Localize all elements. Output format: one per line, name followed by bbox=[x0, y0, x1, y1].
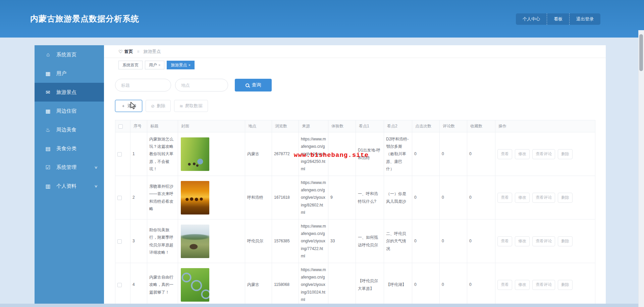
grid-icon: ▦ bbox=[45, 70, 51, 77]
tab-label: 系统首页 bbox=[122, 63, 139, 67]
column-header: 封面 bbox=[178, 120, 245, 132]
cell-location: 内蒙古 bbox=[245, 263, 272, 307]
checkbox-cell bbox=[115, 263, 130, 307]
cell-favorites: 0 bbox=[467, 176, 495, 220]
view-button[interactable]: 查看 bbox=[497, 236, 512, 246]
sidebar-item-label: 系统首页 bbox=[56, 52, 76, 58]
sidebar-item-lodging[interactable]: ▦周边住宿 bbox=[35, 102, 104, 120]
tab-label: 用户 bbox=[149, 63, 157, 67]
edit-button[interactable]: 修改 bbox=[515, 280, 530, 290]
row-checkbox[interactable] bbox=[117, 283, 122, 287]
sidebar: ⌂系统首页▦用户✉旅游景点▦周边住宿♨周边美食▤美食分类☑系统管理∨▥个人资料∨ bbox=[35, 45, 104, 307]
food-icon: ♨ bbox=[45, 127, 51, 133]
view-comments-button[interactable]: 查看评论 bbox=[532, 280, 555, 290]
chevron-down-icon: ∨ bbox=[94, 165, 98, 170]
cell-experiences: 9 bbox=[328, 176, 356, 220]
sidebar-item-personal-profile[interactable]: ▥个人资料∨ bbox=[35, 177, 104, 195]
view-button[interactable]: 查看 bbox=[497, 149, 512, 159]
home-icon: ⌂ bbox=[45, 52, 51, 58]
cell-highlight1: 一、如何抵达呼伦贝尔 bbox=[356, 220, 384, 263]
cell-title: 内蒙旅游怎么玩？这篇攻略教你玩转大草原，不会被坑！ bbox=[147, 132, 178, 176]
sidebar-item-label: 周边住宿 bbox=[56, 108, 76, 114]
cell-clicks: 0 bbox=[412, 220, 440, 263]
table-row: 2亲吻塞外狂沙——首次来呼和浩特必看攻略呼和浩特1671618https://w… bbox=[115, 176, 595, 220]
nav-personal-center[interactable]: 个人中心 bbox=[516, 13, 547, 25]
column-header: 体验数 bbox=[328, 120, 356, 132]
view-button[interactable]: 查看 bbox=[497, 280, 512, 290]
view-button[interactable]: 查看 bbox=[497, 193, 512, 203]
edit-button[interactable]: 修改 bbox=[515, 236, 530, 246]
vertical-scrollbar-thumb[interactable] bbox=[639, 34, 643, 71]
sidebar-item-system-management[interactable]: ☑系统管理∨ bbox=[35, 158, 104, 177]
winding-river-photo bbox=[181, 268, 209, 302]
add-button[interactable]: ＋ 添加 bbox=[115, 100, 142, 112]
delete-button[interactable]: 删除 bbox=[558, 236, 573, 246]
nav-logout[interactable]: 退出登录 bbox=[569, 13, 600, 25]
breadcrumb: ♡ 首页 ≡ 旅游景点 bbox=[104, 45, 606, 58]
select-all-checkbox[interactable] bbox=[118, 124, 123, 129]
tab-home[interactable]: 系统首页 bbox=[118, 61, 143, 69]
row-checkbox[interactable] bbox=[117, 196, 122, 200]
comment-icon: ✉ bbox=[45, 89, 51, 96]
cell-cover bbox=[178, 176, 245, 220]
sidebar-item-food[interactable]: ♨周边美食 bbox=[35, 120, 104, 139]
title-search-input[interactable] bbox=[115, 79, 171, 91]
cell-comments: 0 bbox=[440, 220, 467, 263]
edit-button[interactable]: 修改 bbox=[515, 193, 530, 203]
view-comments-button[interactable]: 查看评论 bbox=[532, 193, 555, 203]
delete-button[interactable]: 删除 bbox=[558, 193, 573, 203]
clipboard-check-icon: ☑ bbox=[45, 164, 51, 171]
cell-actions: 查看修改查看评论删除 bbox=[495, 263, 595, 307]
column-header: 序号 bbox=[130, 120, 147, 132]
cell-actions: 查看修改查看评论删除 bbox=[495, 220, 595, 263]
delete-button[interactable]: 删除 bbox=[558, 149, 573, 159]
checkbox-cell bbox=[115, 220, 130, 263]
horizontal-scrollbar[interactable] bbox=[0, 304, 638, 307]
column-header: 浏览数 bbox=[272, 120, 299, 132]
close-icon[interactable]: × bbox=[188, 63, 190, 67]
cell-location: 内蒙古 bbox=[245, 132, 272, 176]
row-checkbox[interactable] bbox=[117, 239, 122, 244]
location-search-input[interactable] bbox=[175, 79, 228, 91]
cell-clicks: 0 bbox=[412, 132, 440, 176]
cell-clicks: 0 bbox=[412, 176, 440, 220]
cell-experiences bbox=[328, 263, 356, 307]
cell-favorites: 0 bbox=[467, 263, 495, 307]
row-checkbox[interactable] bbox=[117, 152, 122, 157]
close-icon[interactable]: × bbox=[158, 63, 160, 67]
column-header: 地点 bbox=[245, 120, 272, 132]
cell-cover bbox=[178, 220, 245, 263]
toolbar: ＋ 添加 ⊘ 删除 ≋ 爬取数据 bbox=[115, 100, 606, 112]
delete-button[interactable]: ⊘ 删除 bbox=[146, 100, 171, 112]
tab-users[interactable]: 用户× bbox=[145, 61, 164, 69]
sidebar-item-food-categories[interactable]: ▤美食分类 bbox=[35, 139, 104, 158]
search-icon bbox=[246, 83, 249, 87]
view-comments-button[interactable]: 查看评论 bbox=[532, 236, 555, 246]
cell-highlight2: 【呼伦湖】 bbox=[384, 263, 412, 307]
layers-icon: ≋ bbox=[179, 104, 183, 109]
breadcrumb-home[interactable]: 首页 bbox=[124, 49, 133, 55]
cell-source: https://www.mafengwo.cn/gonglve/ziyouxin… bbox=[299, 176, 328, 220]
nav-dashboard[interactable]: 看板 bbox=[547, 13, 569, 25]
view-comments-button[interactable]: 查看评论 bbox=[532, 149, 555, 159]
sidebar-item-home[interactable]: ⌂系统首页 bbox=[35, 45, 104, 64]
sidebar-item-users[interactable]: ▦用户 bbox=[35, 64, 104, 83]
sidebar-item-attractions[interactable]: ✉旅游景点 bbox=[35, 83, 104, 102]
column-header: 收藏数 bbox=[467, 120, 495, 132]
cell-index: 4 bbox=[130, 263, 147, 307]
mouse-cursor bbox=[130, 102, 136, 111]
heart-icon: ♡ bbox=[118, 49, 123, 54]
circle-remove-icon: ⊘ bbox=[151, 104, 155, 109]
crawl-data-button[interactable]: ≋ 爬取数据 bbox=[174, 100, 208, 112]
cell-cover bbox=[178, 132, 245, 176]
table-row: 3助你玩美旅行，附夏季呼伦贝尔草原超详细攻略！呼伦贝尔1576385https:… bbox=[115, 220, 595, 263]
tab-attractions[interactable]: 旅游景点× bbox=[167, 61, 194, 69]
column-header: 评论数 bbox=[440, 120, 467, 132]
search-button[interactable]: 查询 bbox=[235, 79, 272, 91]
delete-button[interactable]: 删除 bbox=[558, 280, 573, 290]
cell-highlight2: D2呼和浩特-鄂尔多斯（敕勒川草原、康巴什） bbox=[384, 132, 412, 176]
edit-button[interactable]: 修改 bbox=[515, 149, 530, 159]
cell-index: 2 bbox=[130, 176, 147, 220]
cell-index: 1 bbox=[130, 132, 147, 176]
column-header: 操作 bbox=[495, 120, 595, 132]
